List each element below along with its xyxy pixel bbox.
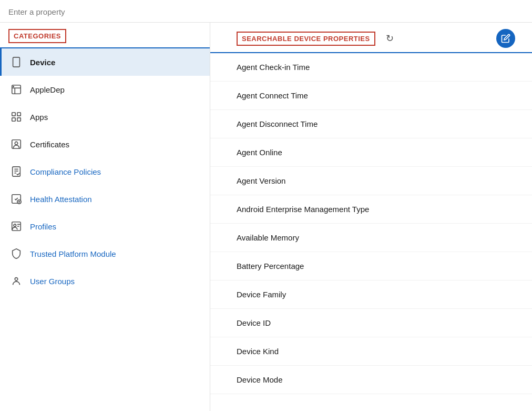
health-icon xyxy=(10,193,23,205)
properties-label: SEARCHABLE DEVICE PROPERTIES xyxy=(237,32,375,46)
svg-rect-7 xyxy=(17,113,21,116)
sidebar-item-label-profiles: Profiles xyxy=(30,222,56,231)
property-agent-connect[interactable]: Agent Connect Time xyxy=(210,82,532,110)
sidebar-item-device[interactable]: Device xyxy=(0,48,210,76)
device-icon xyxy=(10,56,23,68)
compliance-icon xyxy=(10,165,23,178)
usergroups-icon xyxy=(10,275,23,287)
svg-rect-12 xyxy=(13,167,21,176)
tpm-icon xyxy=(10,247,23,260)
property-device-family[interactable]: Device Family xyxy=(210,280,532,309)
categories-label: CATEGORIES xyxy=(8,29,66,43)
search-input[interactable] xyxy=(8,7,166,16)
property-agent-online[interactable]: Agent Online xyxy=(210,138,532,167)
edit-button[interactable] xyxy=(496,29,515,48)
properties-list: Agent Check-in Time Agent Connect Time A… xyxy=(210,53,532,411)
main-content: CATEGORIES Device xyxy=(0,23,532,411)
categories-header: CATEGORIES xyxy=(0,23,210,48)
sidebar-item-label-device: Device xyxy=(30,58,55,67)
svg-rect-6 xyxy=(12,113,15,116)
sidebar-item-appledep[interactable]: AppleDep xyxy=(0,76,210,103)
search-bar xyxy=(0,0,532,23)
sidebar-item-profiles[interactable]: Profiles xyxy=(0,213,210,240)
left-panel: CATEGORIES Device xyxy=(0,23,210,411)
property-agent-checkin[interactable]: Agent Check-in Time xyxy=(210,53,532,82)
sidebar-item-label-apps: Apps xyxy=(30,113,48,122)
property-device-mode[interactable]: Device Mode xyxy=(210,366,532,394)
properties-header: SEARCHABLE DEVICE PROPERTIES ↻ xyxy=(210,23,532,53)
svg-point-5 xyxy=(13,86,14,87)
profiles-icon xyxy=(10,220,23,233)
sidebar-item-label-compliance: Compliance Policies xyxy=(30,167,101,176)
svg-point-11 xyxy=(15,142,18,145)
property-battery-percentage[interactable]: Battery Percentage xyxy=(210,252,532,280)
sidebar-item-compliance[interactable]: Compliance Policies xyxy=(0,158,210,185)
sidebar-item-apps[interactable]: Apps xyxy=(0,103,210,131)
property-agent-disconnect[interactable]: Agent Disconnect Time xyxy=(210,110,532,138)
sidebar-item-label-certificates: Certificates xyxy=(30,140,69,149)
sidebar-item-usergroups[interactable]: User Groups xyxy=(0,267,210,295)
main-container: CATEGORIES Device xyxy=(0,0,532,411)
svg-rect-0 xyxy=(13,57,20,67)
property-available-memory[interactable]: Available Memory xyxy=(210,224,532,252)
sidebar-item-label-appledep: AppleDep xyxy=(30,85,65,94)
property-agent-version[interactable]: Agent Version xyxy=(210,167,532,195)
sidebar-item-label-tpm: Trusted Platform Module xyxy=(30,249,116,258)
sidebar-item-health[interactable]: Health Attestation xyxy=(0,185,210,213)
svg-rect-8 xyxy=(12,118,15,121)
svg-point-21 xyxy=(14,224,16,227)
apps-icon xyxy=(10,111,23,123)
property-device-kind[interactable]: Device Kind xyxy=(210,337,532,366)
pencil-icon xyxy=(501,34,510,43)
property-android-enterprise[interactable]: Android Enterprise Management Type xyxy=(210,195,532,224)
sidebar-item-tpm[interactable]: Trusted Platform Module xyxy=(0,240,210,267)
property-device-id[interactable]: Device ID xyxy=(210,309,532,337)
appledep-icon xyxy=(10,83,23,96)
right-panel: SEARCHABLE DEVICE PROPERTIES ↻ Agent Che… xyxy=(210,23,532,411)
sidebar-item-certificates[interactable]: Certificates xyxy=(0,131,210,158)
category-list: Device AppleDep xyxy=(0,48,210,411)
sidebar-item-label-health: Health Attestation xyxy=(30,195,92,204)
refresh-button[interactable]: ↻ xyxy=(382,30,398,47)
svg-rect-20 xyxy=(12,222,21,231)
sidebar-item-label-usergroups: User Groups xyxy=(30,277,75,286)
svg-rect-9 xyxy=(17,118,21,121)
certificates-icon xyxy=(10,138,23,151)
svg-point-24 xyxy=(15,278,18,281)
